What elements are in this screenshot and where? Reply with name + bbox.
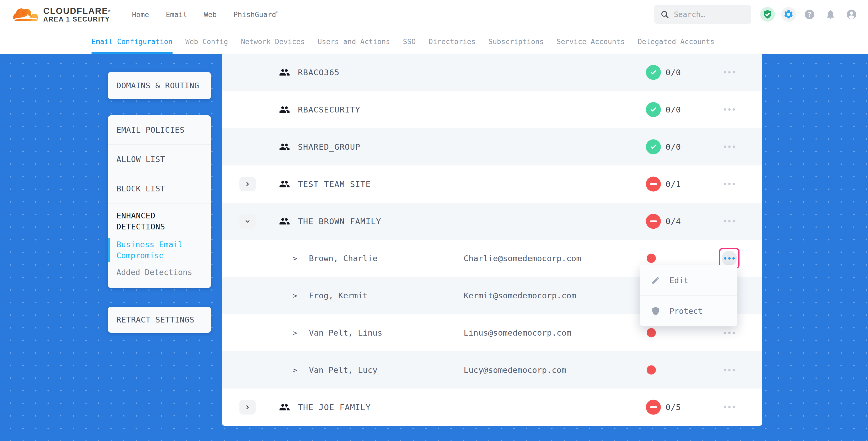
group-name: RBACSECURITY bbox=[298, 105, 360, 114]
protected-count: 0/1 bbox=[665, 179, 681, 189]
nav-item-phishguard[interactable]: PhishGuard™ bbox=[234, 10, 278, 19]
nav-item-email[interactable]: Email bbox=[166, 10, 187, 19]
minus-icon bbox=[650, 183, 657, 185]
status-blocked-icon bbox=[646, 214, 661, 229]
header-icon-cluster: ? bbox=[760, 7, 859, 22]
row-actions-button[interactable] bbox=[719, 136, 740, 157]
tab-web-config[interactable]: Web Config bbox=[185, 29, 228, 54]
group-name: THE BROWN FAMILY bbox=[298, 217, 381, 226]
user-name: Van Pelt, Lucy bbox=[309, 365, 377, 375]
sidebar-item-allow-list[interactable]: ALLOW LIST bbox=[108, 145, 211, 174]
brand-subtitle: AREA 1 SECURITY bbox=[43, 16, 111, 23]
tab-sso[interactable]: SSO bbox=[403, 29, 416, 54]
user-name: Frog, Kermit bbox=[309, 291, 368, 300]
tab-email-configuration[interactable]: Email Configuration bbox=[92, 29, 173, 54]
trademark-mark: ™ bbox=[276, 11, 278, 15]
help-icon[interactable]: ? bbox=[802, 7, 817, 22]
tab-users-and-actions[interactable]: Users and Actions bbox=[317, 29, 390, 54]
search-input[interactable] bbox=[674, 10, 737, 19]
shield-icon bbox=[651, 307, 660, 315]
status-blocked-icon bbox=[646, 400, 661, 414]
sidebar-item-email-policies[interactable]: EMAIL POLICIES bbox=[108, 115, 211, 145]
primary-nav: HomeEmailWebPhishGuard™ bbox=[132, 10, 278, 19]
tab-service-accounts[interactable]: Service Accounts bbox=[557, 29, 625, 54]
sidebar-item-block-list[interactable]: BLOCK LIST bbox=[108, 174, 211, 203]
menu-item-label: Protect bbox=[670, 307, 703, 316]
group-icon bbox=[279, 402, 290, 413]
group-icon bbox=[279, 141, 290, 152]
sidebar-item-business-email-compromise[interactable]: Business Email Compromise bbox=[117, 239, 203, 261]
menu-item-protect[interactable]: Protect bbox=[640, 295, 737, 326]
group-row: TEST TEAM SITE0/1 bbox=[222, 165, 762, 203]
tab-delegated-accounts[interactable]: Delegated Accounts bbox=[638, 29, 715, 54]
protected-count: 0/5 bbox=[665, 403, 681, 412]
user-email: Kermit@somedemocorp.com bbox=[464, 291, 576, 300]
group-name: TEST TEAM SITE bbox=[298, 179, 371, 189]
expand-group-button[interactable] bbox=[240, 400, 256, 414]
nav-item-web[interactable]: Web bbox=[204, 10, 217, 19]
search-box[interactable] bbox=[654, 5, 751, 24]
tab-directories[interactable]: Directories bbox=[429, 29, 475, 54]
row-actions-button[interactable] bbox=[719, 62, 740, 83]
brand-wordmark: CLOUDFLARE® bbox=[43, 6, 111, 16]
tab-subscriptions[interactable]: Subscriptions bbox=[488, 29, 544, 54]
sidebar-item-retract-settings[interactable]: RETRACT SETTINGS bbox=[108, 307, 211, 333]
user-email: Lucy@somedemocorp.com bbox=[464, 365, 566, 375]
expand-group-button[interactable] bbox=[240, 177, 256, 191]
svg-text:?: ? bbox=[808, 11, 812, 18]
group-row: THE JOE FAMILY0/5 bbox=[222, 388, 762, 426]
user-caret: > bbox=[293, 254, 297, 262]
group-name: SHARED_GROUP bbox=[298, 142, 360, 152]
group-name: THE JOE FAMILY bbox=[298, 403, 371, 412]
group-icon bbox=[279, 216, 290, 227]
groups-users-table: RBACO3650/0RBACSECURITY0/0SHARED_GROUP0/… bbox=[222, 54, 762, 426]
group-icon bbox=[279, 179, 290, 190]
section-tabs: Email ConfigurationWeb ConfigNetwork Dev… bbox=[0, 29, 868, 54]
status-blocked-icon bbox=[646, 177, 661, 191]
group-icon bbox=[279, 104, 290, 115]
group-row: RBACO3650/0 bbox=[222, 54, 762, 91]
nav-item-home[interactable]: Home bbox=[132, 10, 149, 19]
ellipsis-icon bbox=[722, 251, 737, 266]
menu-item-edit[interactable]: Edit bbox=[640, 265, 737, 295]
collapse-group-button[interactable] bbox=[240, 214, 256, 229]
shield-check-icon[interactable] bbox=[760, 7, 775, 22]
user-name: Brown, Charlie bbox=[309, 254, 377, 263]
status-ok-icon bbox=[646, 102, 661, 117]
status-unprotected-dot bbox=[647, 366, 656, 375]
row-actions-button[interactable] bbox=[719, 360, 740, 380]
sidebar-item-domains-routing[interactable]: DOMAINS & ROUTING bbox=[108, 72, 211, 99]
user-caret: > bbox=[293, 329, 297, 337]
sidebar-policy-list: EMAIL POLICIESALLOW LISTBLOCK LIST bbox=[108, 115, 211, 203]
minus-icon bbox=[650, 406, 657, 408]
settings-gear-icon[interactable] bbox=[781, 7, 796, 22]
sidebar-item-added-detections[interactable]: Added Detections bbox=[117, 267, 203, 278]
row-actions-button[interactable] bbox=[719, 211, 740, 231]
tab-network-devices[interactable]: Network Devices bbox=[241, 29, 305, 54]
account-icon[interactable] bbox=[844, 7, 859, 22]
row-actions-button[interactable] bbox=[719, 99, 740, 120]
app: CLOUDFLARE® AREA 1 SECURITY HomeEmailWeb… bbox=[0, 0, 868, 441]
minus-icon bbox=[650, 220, 657, 222]
brand-wordmark-block: CLOUDFLARE® AREA 1 SECURITY bbox=[43, 6, 111, 23]
row-actions-button[interactable] bbox=[719, 397, 740, 417]
group-icon bbox=[279, 67, 290, 78]
user-name: Van Pelt, Linus bbox=[309, 328, 382, 338]
protected-count: 0/4 bbox=[665, 217, 681, 226]
enhanced-detections-section: ENHANCED DETECTIONS Business Email Compr… bbox=[108, 203, 211, 288]
user-email: Charlie@somedemocorp.com bbox=[464, 254, 581, 263]
status-unprotected-dot bbox=[647, 328, 656, 338]
status-ok-icon bbox=[646, 139, 661, 154]
row-actions-button[interactable] bbox=[719, 174, 740, 194]
protected-count: 0/0 bbox=[665, 105, 681, 114]
header: CLOUDFLARE® AREA 1 SECURITY HomeEmailWeb… bbox=[0, 0, 868, 29]
pencil-icon bbox=[651, 276, 660, 285]
group-row: THE BROWN FAMILY0/4 bbox=[222, 203, 762, 240]
bell-icon[interactable] bbox=[823, 7, 838, 22]
row-actions-menu: EditProtect bbox=[640, 265, 737, 326]
protected-count: 0/0 bbox=[665, 142, 681, 152]
sidebar-item-enhanced-detections[interactable]: ENHANCED DETECTIONS bbox=[117, 210, 203, 232]
group-row: RBACSECURITY0/0 bbox=[222, 91, 762, 128]
group-name: RBACO365 bbox=[298, 68, 340, 77]
user-row: >Van Pelt, LucyLucy@somedemocorp.com bbox=[222, 351, 762, 388]
